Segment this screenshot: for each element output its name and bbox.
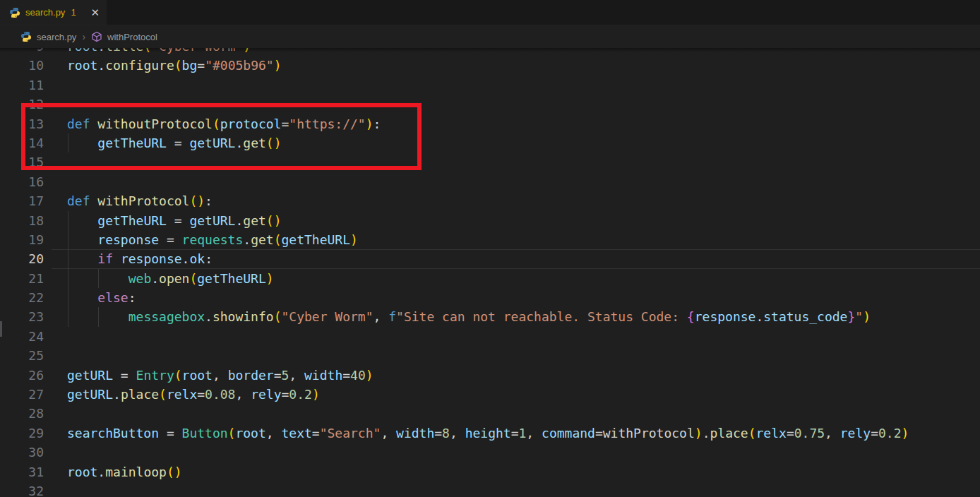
code-line[interactable]: 27getURL.place(relx=0.08, rely=0.2) (0, 385, 980, 404)
token-b1: ( (159, 387, 167, 402)
line-number: 16 (0, 172, 52, 191)
token-p: = (197, 387, 205, 402)
token-p: . (235, 136, 243, 150)
line-number: 23 (0, 307, 52, 326)
token-m: Button (182, 426, 228, 441)
token-p: = (312, 426, 320, 441)
token-f: showinfo (213, 309, 274, 324)
token-p: . (235, 213, 243, 228)
indent-guide (68, 288, 68, 307)
code-line[interactable]: 17def withProtocol(): (0, 191, 980, 210)
token-f: place (121, 387, 159, 402)
breadcrumb-symbol[interactable]: withProtocol (107, 32, 157, 42)
code-line[interactable]: 11 (0, 76, 980, 95)
line-number: 32 (0, 481, 52, 497)
token-m: requests (182, 232, 244, 247)
token-v: getURL (189, 136, 235, 150)
token-v: response (97, 232, 159, 247)
token-p: = (511, 426, 519, 441)
indent-guide (98, 269, 99, 288)
token-p: = (167, 136, 190, 150)
token-p: , (381, 426, 396, 441)
code-text: def withoutProtocol(protocol="https://")… (52, 116, 381, 131)
code-line[interactable]: 28 (0, 404, 980, 423)
code-line[interactable]: 21 web.open(getTheURL) (0, 269, 980, 288)
breadcrumb-file[interactable]: search.py (37, 32, 76, 42)
token-n: 8 (442, 426, 450, 441)
code-line[interactable]: 25 (0, 346, 980, 365)
token-s: "#005b96" (205, 58, 274, 73)
token-p: , (213, 368, 228, 383)
token-p: , (526, 426, 542, 441)
code-line[interactable]: 24 (0, 327, 980, 346)
token-m: Entry (136, 368, 174, 383)
token-b1: ) (312, 387, 320, 402)
token-p: = (281, 116, 289, 131)
code-text: searchButton = Button(root, text="Search… (52, 426, 909, 441)
token-p: = (113, 368, 136, 383)
tab-search-py[interactable]: search.py 1 ✕ (0, 0, 107, 25)
code-line[interactable]: 22 else: (0, 288, 980, 307)
code-line[interactable]: 23 messagebox.showinfo("Cyber Worm", f"S… (0, 307, 980, 326)
token-p (90, 193, 98, 208)
line-number: 17 (0, 191, 52, 210)
token-s: "https://" (289, 116, 365, 131)
token-b1: ( (174, 368, 182, 383)
token-p: , (289, 368, 304, 383)
token-v: getTheURL (281, 232, 350, 247)
close-icon[interactable]: ✕ (90, 7, 100, 18)
code-line[interactable]: 13def withoutProtocol(protocol="https://… (0, 114, 980, 133)
indent-guide (68, 230, 68, 249)
code-line[interactable]: 16 (0, 172, 980, 191)
python-icon (9, 7, 20, 18)
token-p: . (113, 387, 121, 402)
token-p: . (755, 309, 763, 324)
token-v: height (465, 426, 511, 441)
token-p: = (159, 426, 182, 441)
code-line[interactable]: 20 if response.ok: (0, 249, 980, 268)
token-b1: ) (266, 271, 274, 286)
token-b1: () (266, 213, 282, 228)
left-edge-artifact (0, 321, 2, 337)
token-b1: ) (366, 116, 374, 131)
token-v: root (67, 58, 97, 73)
token-p: = (595, 426, 603, 441)
line-number: 24 (0, 327, 52, 346)
code-line[interactable]: 18 getTheURL = getURL.get() (0, 211, 980, 230)
code-text: else: (52, 290, 136, 305)
symbol-method-icon (91, 31, 102, 42)
code-line[interactable]: 30 (0, 443, 980, 462)
token-p: . (703, 426, 710, 441)
code-line[interactable]: 32 (0, 481, 980, 497)
code-line[interactable]: 12 (0, 95, 980, 114)
token-p: : (374, 116, 381, 131)
code-line[interactable]: 29searchButton = Button(root, text="Sear… (0, 424, 980, 443)
code-text (52, 78, 67, 92)
token-v: border (228, 368, 274, 383)
code-text (52, 155, 67, 169)
line-number: 19 (0, 230, 52, 249)
code-editor[interactable]: 9root.title("Cyber Worm")10root.configur… (0, 48, 980, 497)
code-line[interactable]: 31root.mainloop() (0, 462, 980, 481)
token-v: getURL (189, 213, 235, 228)
code-line[interactable]: 14 getTheURL = getURL.get() (0, 133, 980, 152)
token-v: command (542, 426, 595, 441)
line-number: 15 (0, 152, 52, 172)
token-k: f (388, 309, 396, 324)
code-line[interactable]: 26getURL = Entry(root, border=5, width=4… (0, 366, 980, 385)
token-p: . (205, 309, 213, 324)
line-number: 27 (0, 385, 52, 404)
code-line[interactable]: 15 (0, 152, 980, 172)
token-f: withoutProtocol (97, 116, 213, 131)
token-v: status_code (763, 309, 847, 324)
token-b1: () (189, 193, 205, 208)
code-line[interactable]: 10root.configure(bg="#005b96") (0, 56, 980, 75)
token-f: get (243, 136, 266, 150)
token-b1: ( (174, 58, 182, 73)
code-line[interactable]: 19 response = requests.get(getTheURL) (0, 230, 980, 249)
code-line[interactable]: 9root.title("Cyber Worm") (0, 48, 980, 56)
token-c: if (97, 251, 113, 266)
token-s: "Cyber Worm" (151, 48, 243, 54)
token-f: place (710, 426, 748, 441)
token-p: = (159, 232, 182, 247)
